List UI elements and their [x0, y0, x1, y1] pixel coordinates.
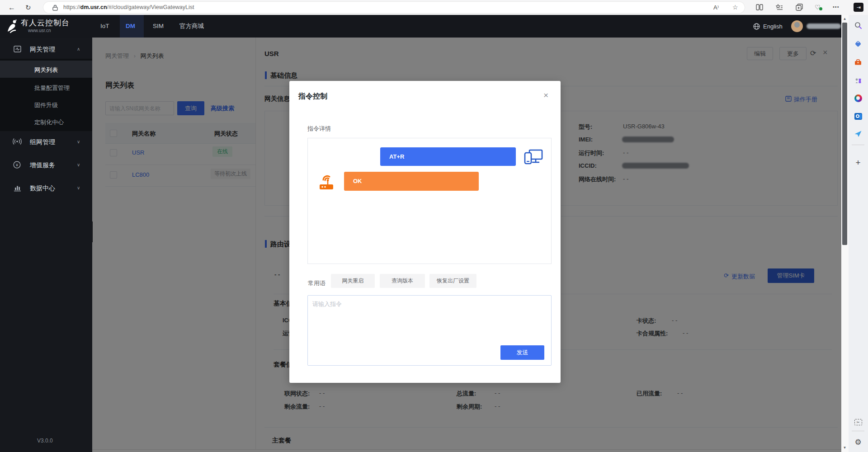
command-input[interactable]	[311, 299, 526, 346]
url-bar[interactable]: https://dm.usr.cn/#/cloud/gateway/ViewGa…	[43, 2, 745, 13]
essentials-badge	[819, 7, 822, 10]
tab-sim[interactable]: SIM	[153, 15, 164, 38]
command-control-modal: 指令控制 × 指令详情 AT+R OK 常用语 网关重启 查询版本 恢复出厂设置…	[289, 81, 561, 383]
url-text: https://dm.usr.cn/#/cloud/gateway/ViewGa…	[63, 2, 194, 13]
edge-drop-icon[interactable]	[854, 130, 862, 138]
version-label: V3.0.0	[37, 438, 53, 444]
read-aloud-icon[interactable]: A⁾	[713, 2, 719, 13]
edge-microsoft365-icon[interactable]	[854, 94, 862, 102]
chevron-down-icon: ∨	[77, 185, 80, 190]
chevron-down-icon: ∨	[77, 139, 80, 144]
command-history-box: AT+R OK	[307, 138, 552, 264]
received-reply-bubble: OK	[344, 172, 479, 191]
sidebar-item-batch-config[interactable]: 批量配置管理	[34, 84, 70, 92]
split-screen-icon[interactable]	[756, 4, 763, 10]
sidebar-group-networking[interactable]: 组网管理	[30, 138, 55, 146]
refresh-icon[interactable]: ↻	[25, 2, 31, 13]
lock-icon	[52, 5, 58, 11]
sidebar-item-firmware-upgrade[interactable]: 固件升级	[34, 101, 58, 109]
quick-version-button[interactable]: 查询版本	[380, 274, 425, 288]
globe-icon	[753, 23, 760, 30]
sidebar-item-customization-center[interactable]: 定制化中心	[34, 118, 64, 127]
scrollbar-down-icon[interactable]: ▼	[842, 446, 847, 450]
sidebar-group-gateway[interactable]: 网关管理	[30, 46, 55, 54]
chevron-up-icon: ∧	[77, 47, 80, 52]
network-group-icon	[13, 138, 22, 145]
brand-subtitle: www.usr.cn	[28, 28, 51, 33]
data-center-icon	[14, 184, 21, 192]
avatar[interactable]	[791, 20, 803, 32]
gateway-manage-icon	[14, 46, 21, 52]
edge-search-icon[interactable]	[854, 21, 862, 29]
sidebar-toggle-icon[interactable]: ⇥	[854, 3, 863, 12]
edge-screenshot-icon[interactable]: ✂	[854, 418, 862, 426]
language-switch[interactable]: English	[763, 23, 783, 30]
edge-sidebar-divider	[852, 145, 864, 145]
send-button[interactable]: 发送	[500, 345, 544, 360]
pc-device-icon	[524, 148, 543, 165]
sidebar-group-value-services[interactable]: 增值服务	[30, 161, 55, 170]
command-detail-label: 指令详情	[307, 125, 331, 133]
scrollbar-thumb[interactable]	[842, 23, 847, 245]
tab-dm[interactable]: DM	[126, 15, 135, 38]
value-service-icon: ¥	[13, 161, 21, 169]
tab-actions-icon[interactable]	[796, 4, 803, 11]
edge-outlook-icon[interactable]	[854, 112, 862, 120]
sidebar-item-gateway-list[interactable]: 网关列表	[34, 66, 58, 74]
edge-add-icon[interactable]: +	[854, 159, 862, 167]
svg-text:¥: ¥	[15, 163, 19, 167]
usr-logo-icon	[6, 19, 19, 33]
scrollbar-up-icon[interactable]: ▲	[842, 17, 847, 21]
favorite-star-icon[interactable]: ☆	[732, 2, 738, 13]
edge-settings-icon[interactable]: ⚙	[854, 438, 862, 446]
modal-title: 指令控制	[298, 92, 327, 101]
screen: ← ↻ https://dm.usr.cn/#/cloud/gateway/Vi…	[0, 0, 868, 452]
sidebar-group-data-center[interactable]: 数据中心	[30, 184, 55, 193]
edge-toolbox-icon[interactable]	[854, 58, 862, 66]
quick-factory-reset-button[interactable]: 恢复出厂设置	[429, 274, 476, 288]
sent-command-bubble: AT+R	[380, 147, 516, 166]
router-icon	[318, 173, 335, 191]
edge-shopping-icon[interactable]	[854, 40, 862, 48]
edge-games-icon[interactable]	[854, 76, 862, 85]
chevron-down-icon: ∨	[77, 162, 80, 167]
collections-icon[interactable]	[776, 4, 783, 10]
browser-address-bar: ← ↻ https://dm.usr.cn/#/cloud/gateway/Vi…	[0, 0, 868, 15]
more-menu-icon[interactable]: •••	[833, 1, 840, 13]
tab-iot[interactable]: IoT	[100, 15, 109, 38]
back-icon[interactable]: ←	[8, 2, 15, 13]
quick-reboot-button[interactable]: 网关重启	[331, 274, 375, 288]
tab-official-mall[interactable]: 官方商城	[179, 15, 204, 38]
quick-commands-label: 常用语	[308, 279, 326, 287]
command-input-box: 发送	[307, 295, 552, 366]
user-id-redacted	[807, 24, 841, 29]
brand-title: 有人云控制台	[21, 18, 70, 28]
edge-sidebar-divider-2	[852, 431, 864, 431]
modal-close-icon[interactable]: ×	[543, 91, 548, 99]
